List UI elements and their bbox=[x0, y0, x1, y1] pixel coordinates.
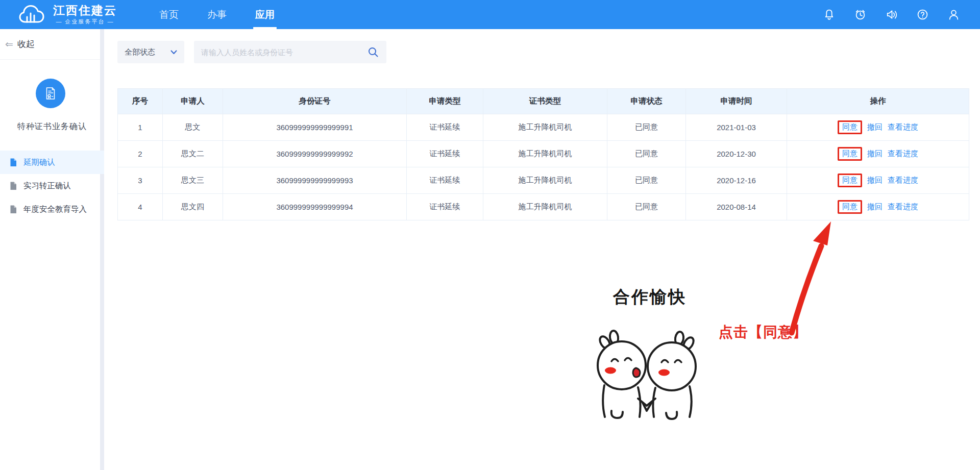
handshake-characters-illustration bbox=[591, 311, 708, 420]
file-icon bbox=[9, 205, 17, 214]
table-row: 4 思文四 360999999999999994 证书延续 施工升降机司机 已同… bbox=[118, 194, 969, 220]
cell-id-number: 360999999999999994 bbox=[223, 194, 407, 220]
cell-cert-type: 施工升降机司机 bbox=[483, 114, 607, 141]
row-operations: 同意 撤回 查看进度 bbox=[787, 147, 969, 161]
nav-item-apps[interactable]: 应用 bbox=[254, 0, 276, 29]
cell-apply-type: 证书延续 bbox=[407, 114, 483, 141]
cell-apply-time: 2020-12-16 bbox=[686, 167, 787, 194]
cell-cert-type: 施工升降机司机 bbox=[483, 194, 607, 220]
cell-status: 已同意 bbox=[607, 114, 686, 141]
agree-highlight-box: 同意 bbox=[838, 174, 862, 187]
col-header-apply-type: 申请类型 bbox=[407, 89, 483, 114]
sidebar-menu: 延期确认 实习转正确认 年度安全教育导入 bbox=[0, 151, 104, 221]
withdraw-button[interactable]: 撤回 bbox=[867, 149, 883, 159]
cell-apply-type: 证书延续 bbox=[407, 167, 483, 194]
withdraw-button[interactable]: 撤回 bbox=[867, 202, 883, 212]
speaker-icon[interactable] bbox=[885, 8, 898, 21]
cell-status: 已同意 bbox=[607, 194, 686, 220]
chevron-down-icon bbox=[170, 50, 177, 55]
cell-applicant: 思文 bbox=[163, 114, 223, 141]
cell-id-number: 360999999999999993 bbox=[223, 167, 407, 194]
sidebar-collapse-button[interactable]: ⇐ 收起 bbox=[0, 29, 100, 60]
annotation-tip-text: 点击【同意】 bbox=[719, 323, 807, 342]
cell-applicant: 思文二 bbox=[163, 141, 223, 167]
alarm-clock-icon[interactable] bbox=[853, 8, 867, 21]
cell-id-number: 360999999999999992 bbox=[223, 141, 407, 167]
sidebar-item-label: 年度安全教育导入 bbox=[23, 204, 87, 215]
help-icon[interactable] bbox=[916, 8, 929, 21]
sidebar-item-label: 实习转正确认 bbox=[23, 181, 71, 191]
agree-button[interactable]: 同意 bbox=[842, 122, 857, 132]
sticker-caption: 合作愉快 bbox=[591, 286, 708, 309]
sidebar: ⇐ 收起 特种证书业务确认 bbox=[0, 29, 104, 470]
app-screen: 江西住建云 — 企业服务平台 — 首页 办事 应用 bbox=[0, 0, 980, 470]
cell-applicant: 思文四 bbox=[163, 194, 223, 220]
withdraw-button[interactable]: 撤回 bbox=[867, 176, 883, 185]
table-header-row: 序号 申请人 身份证号 申请类型 证书类型 申请状态 申请时间 操作 bbox=[118, 89, 969, 114]
nav-item-services[interactable]: 办事 bbox=[206, 0, 228, 29]
cell-no: 3 bbox=[118, 167, 163, 194]
cell-apply-time: 2021-01-03 bbox=[686, 114, 787, 141]
cell-cert-type: 施工升降机司机 bbox=[483, 141, 607, 167]
logo-title: 江西住建云 bbox=[53, 4, 117, 17]
status-filter-value: 全部状态 bbox=[125, 47, 155, 57]
file-icon bbox=[9, 182, 17, 190]
search-box bbox=[194, 41, 386, 63]
agree-highlight-box: 同意 bbox=[838, 120, 862, 134]
cooperation-sticker: 合作愉快 bbox=[591, 286, 708, 423]
cell-status: 已同意 bbox=[607, 167, 686, 194]
collapse-arrow-icon: ⇐ bbox=[5, 39, 13, 49]
file-icon bbox=[9, 158, 17, 167]
table-row: 1 思文 360999999999999991 证书延续 施工升降机司机 已同意… bbox=[118, 114, 969, 141]
certificate-icon bbox=[43, 86, 58, 101]
sidebar-item-extension-confirm[interactable]: 延期确认 bbox=[0, 151, 104, 174]
status-filter-dropdown[interactable]: 全部状态 bbox=[117, 41, 184, 63]
logo-text: 江西住建云 — 企业服务平台 — bbox=[53, 4, 117, 26]
sidebar-item-safety-education-import[interactable]: 年度安全教育导入 bbox=[0, 197, 104, 221]
view-progress-button[interactable]: 查看进度 bbox=[888, 122, 918, 132]
col-header-operations: 操作 bbox=[787, 89, 969, 114]
annotation-arrow bbox=[783, 218, 840, 339]
cell-applicant: 思文三 bbox=[163, 167, 223, 194]
logo-subtitle: — 企业服务平台 — bbox=[56, 18, 114, 26]
search-icon[interactable] bbox=[367, 46, 379, 58]
cell-no: 2 bbox=[118, 141, 163, 167]
table-row: 3 思文三 360999999999999993 证书延续 施工升降机司机 已同… bbox=[118, 167, 969, 194]
logo: 江西住建云 — 企业服务平台 — bbox=[18, 0, 117, 29]
cell-apply-time: 2020-08-14 bbox=[686, 194, 787, 220]
col-header-status: 申请状态 bbox=[607, 89, 686, 114]
cell-apply-time: 2020-12-30 bbox=[686, 141, 787, 167]
topbar: 江西住建云 — 企业服务平台 — 首页 办事 应用 bbox=[0, 0, 980, 29]
applications-table: 序号 申请人 身份证号 申请类型 证书类型 申请状态 申请时间 操作 1 思文 … bbox=[117, 88, 969, 220]
cell-no: 1 bbox=[118, 114, 163, 141]
view-progress-button[interactable]: 查看进度 bbox=[888, 149, 918, 159]
agree-button[interactable]: 同意 bbox=[842, 202, 857, 212]
withdraw-button[interactable]: 撤回 bbox=[867, 122, 883, 132]
cell-no: 4 bbox=[118, 194, 163, 220]
col-header-no: 序号 bbox=[118, 89, 163, 114]
sidebar-item-internship-confirm[interactable]: 实习转正确认 bbox=[0, 174, 104, 197]
sidebar-item-label: 延期确认 bbox=[23, 157, 55, 168]
user-icon[interactable] bbox=[947, 8, 961, 21]
agree-button[interactable]: 同意 bbox=[842, 176, 857, 185]
col-header-id-number: 身份证号 bbox=[223, 89, 407, 114]
topbar-icons bbox=[822, 0, 961, 29]
search-input[interactable] bbox=[201, 48, 367, 57]
row-operations: 同意 撤回 查看进度 bbox=[787, 120, 969, 134]
cloud-logo-icon bbox=[18, 4, 48, 26]
cell-id-number: 360999999999999991 bbox=[223, 114, 407, 141]
cell-apply-type: 证书延续 bbox=[407, 141, 483, 167]
col-header-apply-time: 申请时间 bbox=[686, 89, 787, 114]
view-progress-button[interactable]: 查看进度 bbox=[888, 202, 918, 212]
cell-apply-type: 证书延续 bbox=[407, 194, 483, 220]
row-operations: 同意 撤回 查看进度 bbox=[787, 200, 969, 214]
view-progress-button[interactable]: 查看进度 bbox=[888, 176, 918, 185]
bell-icon[interactable] bbox=[822, 8, 836, 21]
collapse-label: 收起 bbox=[17, 38, 35, 50]
agree-highlight-box: 同意 bbox=[838, 200, 862, 214]
cell-status: 已同意 bbox=[607, 141, 686, 167]
col-header-cert-type: 证书类型 bbox=[483, 89, 607, 114]
table-row: 2 思文二 360999999999999992 证书延续 施工升降机司机 已同… bbox=[118, 141, 969, 167]
nav-item-home[interactable]: 首页 bbox=[158, 0, 180, 29]
agree-button[interactable]: 同意 bbox=[842, 149, 857, 159]
